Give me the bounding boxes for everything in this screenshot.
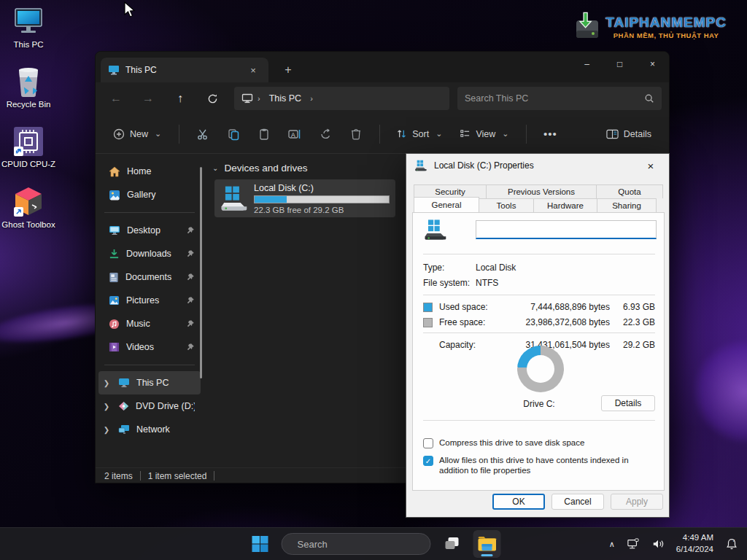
rename-button[interactable]: A bbox=[280, 121, 309, 147]
expand-chevron-icon[interactable]: ❯ bbox=[101, 379, 112, 387]
minimize-button[interactable]: – bbox=[570, 52, 603, 77]
sidebar-item-this-pc[interactable]: ❯ This PC bbox=[98, 371, 201, 394]
expand-chevron-icon[interactable]: ❯ bbox=[101, 402, 112, 411]
notification-bell-icon[interactable]: z bbox=[721, 530, 743, 558]
local-disk-icon bbox=[220, 184, 248, 213]
pin-icon bbox=[186, 296, 195, 305]
this-pc-icon bbox=[12, 6, 44, 38]
paste-button[interactable] bbox=[249, 121, 279, 147]
sidebar-item-dvd-drive[interactable]: ❯ DVD Drive (D:) V bbox=[98, 394, 201, 418]
view-button-label: View bbox=[476, 129, 495, 139]
pin-icon bbox=[186, 343, 195, 351]
sidebar-item-videos[interactable]: Videos bbox=[98, 335, 201, 359]
back-icon[interactable]: ← bbox=[103, 87, 129, 110]
apply-button[interactable]: Apply bbox=[611, 494, 663, 510]
desktop-icon-cpu-z[interactable]: CPUID CPU-Z bbox=[0, 125, 57, 169]
volume-icon[interactable] bbox=[647, 530, 669, 558]
sidebar-item-documents[interactable]: Documents bbox=[98, 265, 201, 289]
dialog-title: Local Disk (C:) Properties bbox=[434, 160, 634, 171]
search-icon bbox=[644, 93, 654, 104]
breadcrumb-item[interactable]: This PC bbox=[265, 93, 306, 104]
taskbar-clock[interactable]: 4:49 AM 6/14/2024 bbox=[672, 532, 718, 555]
up-icon[interactable]: ↑ bbox=[167, 87, 193, 110]
taskbar-search-input[interactable] bbox=[298, 539, 426, 550]
compress-checkbox-row[interactable]: Compress this drive to save disk space bbox=[423, 438, 657, 448]
sidebar-scrollbar[interactable] bbox=[200, 167, 202, 378]
explorer-search-input[interactable] bbox=[465, 93, 644, 104]
tab-general[interactable]: General bbox=[414, 197, 479, 212]
rename-icon: A bbox=[287, 128, 302, 141]
collapse-chevron-icon[interactable]: ⌄ bbox=[212, 164, 218, 172]
sidebar-item-downloads[interactable]: Downloads bbox=[98, 242, 201, 265]
desktop-icon-recycle-bin[interactable]: Recycle Bin bbox=[0, 66, 57, 109]
drive-usage-bar bbox=[254, 195, 390, 203]
free-space-swatch bbox=[423, 318, 433, 327]
sort-button[interactable]: Sort ⌄ bbox=[389, 122, 451, 145]
index-checkbox-row[interactable]: ✓ Allow files on this drive to have cont… bbox=[423, 455, 657, 476]
details-button[interactable]: Details bbox=[601, 395, 655, 411]
pin-icon bbox=[186, 226, 195, 235]
breadcrumb-chevron-icon[interactable]: › bbox=[309, 94, 314, 103]
tab-tools[interactable]: Tools bbox=[479, 198, 534, 212]
desktop-icon-ghost-toolbox[interactable]: Ghost Toolbox bbox=[0, 186, 57, 230]
videos-icon bbox=[109, 342, 120, 352]
task-view-button[interactable] bbox=[438, 530, 466, 558]
tab-close-icon[interactable]: × bbox=[245, 62, 261, 78]
sidebar-item-home[interactable]: Home bbox=[98, 160, 201, 183]
close-button[interactable]: × bbox=[636, 52, 669, 77]
dialog-close-icon[interactable]: × bbox=[640, 157, 662, 174]
volume-label-input[interactable] bbox=[476, 220, 657, 239]
start-button[interactable] bbox=[247, 530, 274, 558]
taskbar-search-box[interactable] bbox=[282, 533, 431, 555]
cut-button[interactable] bbox=[188, 121, 217, 147]
shortcut-arrow-icon bbox=[14, 207, 23, 217]
status-item-count: 2 items bbox=[104, 471, 133, 481]
new-tab-button[interactable]: + bbox=[280, 62, 296, 78]
tab-previous-versions[interactable]: Previous Versions bbox=[486, 184, 597, 198]
sort-icon bbox=[396, 128, 407, 139]
music-icon bbox=[109, 319, 120, 330]
refresh-icon[interactable] bbox=[199, 87, 225, 110]
cancel-button[interactable]: Cancel bbox=[551, 494, 604, 510]
ok-button[interactable]: OK bbox=[492, 494, 545, 510]
desktop-icon-this-pc[interactable]: This PC bbox=[0, 6, 57, 50]
sidebar-item-music[interactable]: Music bbox=[98, 312, 201, 335]
file-system-label: File system: bbox=[423, 278, 476, 288]
network-icon[interactable] bbox=[622, 530, 644, 558]
new-button[interactable]: New ⌄ bbox=[106, 122, 170, 146]
view-button[interactable]: View ⌄ bbox=[452, 122, 517, 145]
hidden-icons-chevron[interactable]: ∧ bbox=[605, 530, 619, 558]
index-checkbox[interactable]: ✓ bbox=[423, 456, 433, 466]
explorer-tab[interactable]: This PC × bbox=[101, 58, 268, 82]
desktop-icon-label: Ghost Toolbox bbox=[1, 220, 55, 230]
explorer-command-bar: New ⌄ A bbox=[96, 114, 669, 154]
compress-checkbox[interactable] bbox=[423, 438, 433, 448]
file-system-row: File system: NTFS bbox=[423, 278, 655, 288]
delete-button[interactable] bbox=[341, 121, 371, 147]
maximize-button[interactable]: □ bbox=[603, 52, 636, 77]
details-pane-button[interactable]: Details bbox=[599, 123, 659, 145]
explorer-search-box[interactable] bbox=[457, 87, 662, 110]
more-options-button[interactable]: ••• bbox=[535, 121, 565, 147]
expand-chevron-icon[interactable]: ❯ bbox=[101, 426, 112, 434]
drive-item-local-disk-c[interactable]: Local Disk (C:) 22.3 GB free of 29.2 GB bbox=[214, 179, 395, 217]
forward-icon[interactable]: → bbox=[135, 87, 161, 110]
watermark-subtitle: PHẦN MỀM, THỦ THUẬT HAY bbox=[614, 31, 719, 39]
sidebar-item-gallery[interactable]: Gallery bbox=[98, 183, 201, 206]
share-button[interactable] bbox=[311, 121, 340, 147]
sidebar-item-label: Home bbox=[127, 166, 195, 176]
tab-quota[interactable]: Quota bbox=[596, 184, 663, 198]
address-bar[interactable]: › This PC › bbox=[234, 87, 449, 110]
file-explorer-taskbar-button[interactable] bbox=[473, 530, 501, 558]
sidebar-item-label: Desktop bbox=[127, 225, 179, 236]
breadcrumb-chevron-icon: › bbox=[256, 94, 262, 103]
separator bbox=[423, 254, 655, 254]
sidebar-item-pictures[interactable]: Pictures bbox=[98, 289, 201, 312]
tab-hardware[interactable]: Hardware bbox=[533, 198, 597, 212]
dialog-title-bar: Local Disk (C:) Properties × bbox=[406, 154, 669, 177]
sidebar-item-network[interactable]: ❯ Network bbox=[98, 418, 201, 441]
tab-sharing[interactable]: Sharing bbox=[597, 198, 657, 212]
sidebar-item-desktop[interactable]: Desktop bbox=[98, 219, 201, 242]
copy-button[interactable] bbox=[219, 121, 248, 147]
tab-title: This PC bbox=[125, 65, 239, 75]
